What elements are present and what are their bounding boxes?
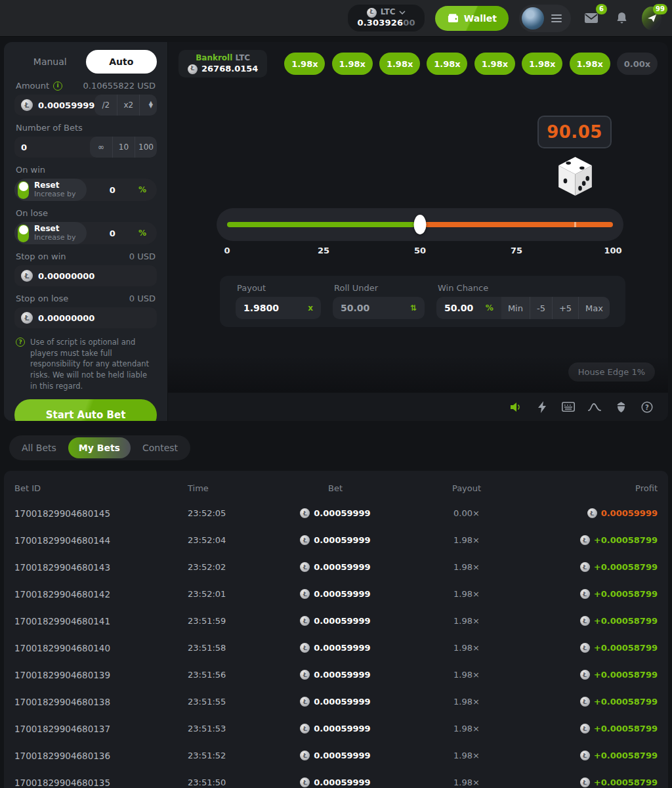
sound-button[interactable]: [503, 402, 529, 412]
bet-id-link[interactable]: 17001829904680145: [14, 508, 188, 519]
on-win-value[interactable]: 0: [87, 185, 138, 195]
fast-mode-button[interactable]: [529, 401, 555, 413]
amount-stepper[interactable]: ▲▼: [139, 95, 157, 116]
mail-button[interactable]: 6: [581, 9, 601, 28]
half-button[interactable]: /2: [94, 95, 117, 116]
bet-id-link[interactable]: 17001829904680135: [14, 777, 188, 788]
bet-profit: Ł+0.00058799: [542, 751, 658, 760]
table-row[interactable]: 17001829904680143 23:52:02 Ł0.00059999 1…: [4, 554, 668, 580]
currency-code: LTC: [381, 7, 396, 18]
payout-input[interactable]: 1.9800 x: [236, 297, 321, 319]
hundred-bets-button[interactable]: 100: [135, 137, 157, 158]
stats-icon: [588, 403, 601, 412]
min-button[interactable]: Min: [501, 297, 530, 319]
wallet-button[interactable]: Wallet: [435, 6, 509, 31]
table-row[interactable]: 17001829904680141 23:51:59 Ł0.00059999 1…: [4, 607, 668, 634]
multiplier-pill[interactable]: 0.00x: [617, 53, 658, 75]
on-lose-toggle[interactable]: Reset Increase by: [14, 222, 87, 244]
bet-amount: Ł0.00059999: [280, 562, 391, 572]
bet-payout: 1.98×: [391, 535, 542, 545]
bet-id-link[interactable]: 17001829904680139: [14, 670, 188, 680]
multiplier-pill[interactable]: 1.98x: [284, 53, 325, 75]
notifications-button[interactable]: [612, 9, 631, 28]
bet-id-link[interactable]: 17001829904680143: [14, 562, 188, 573]
amount-input[interactable]: Ł0.00059999 /2 x2 ▲▼: [14, 95, 157, 116]
table-row[interactable]: 17001829904680140 23:51:58 Ł0.00059999 1…: [4, 634, 668, 661]
seed-button[interactable]: [608, 401, 634, 413]
multiplier-history: 1.98x1.98x1.98x1.98x1.98x1.98x1.98x0.00x: [284, 53, 658, 75]
slider-track[interactable]: [227, 222, 613, 227]
stats-button[interactable]: [581, 403, 608, 412]
user-menu[interactable]: [519, 5, 571, 32]
currency-selector[interactable]: Ł LTC 0.30392600: [348, 5, 424, 31]
double-button[interactable]: x2: [117, 95, 139, 116]
help-button[interactable]: ?: [634, 401, 660, 413]
bet-amount: Ł0.00059999: [280, 724, 391, 733]
info-icon[interactable]: i: [53, 81, 62, 91]
bet-time: 23:52:01: [188, 589, 280, 599]
tab-manual[interactable]: Manual: [14, 50, 86, 74]
bet-time: 23:51:50: [188, 777, 280, 787]
table-row[interactable]: 17001829904680139 23:51:56 Ł0.00059999 1…: [4, 661, 668, 688]
bet-id-link[interactable]: 17001829904680142: [14, 589, 188, 600]
on-win-label: On win: [16, 165, 45, 175]
tab-auto[interactable]: Auto: [86, 50, 158, 74]
reset-option: Reset: [34, 181, 76, 190]
table-row[interactable]: 17001829904680136 23:51:52 Ł0.00059999 1…: [4, 742, 668, 769]
table-row[interactable]: 17001829904680145 23:52:05 Ł0.00059999 0…: [4, 500, 668, 527]
max-button[interactable]: Max: [578, 297, 610, 319]
ten-bets-button[interactable]: 10: [112, 137, 135, 158]
infinity-button[interactable]: ∞: [90, 137, 112, 158]
scale-label: 25: [318, 246, 329, 255]
table-row[interactable]: 17001829904680144 23:52:04 Ł0.00059999 1…: [4, 527, 668, 554]
slider-knob[interactable]: [414, 215, 427, 234]
stop-on-win-input[interactable]: Ł0.00000000: [14, 265, 157, 286]
swap-icon[interactable]: ⇅: [410, 303, 417, 313]
roll-under-input[interactable]: 50.00 ⇅: [333, 297, 425, 319]
col-profit: Profit: [542, 483, 658, 493]
ltc-coin-icon: Ł: [580, 535, 590, 545]
table-row[interactable]: 17001829904680138 23:51:55 Ł0.00059999 1…: [4, 688, 668, 715]
multiplier-pill[interactable]: 1.98x: [427, 53, 467, 75]
plus5-button[interactable]: +5: [552, 297, 578, 319]
bet-time: 23:51:52: [188, 751, 280, 760]
table-row[interactable]: 17001829904680142 23:52:01 Ł0.00059999 1…: [4, 580, 668, 607]
bet-amount: Ł0.00059999: [280, 751, 391, 760]
col-bet-id: Bet ID: [14, 483, 188, 493]
amount-usd: 0.10655822 USD: [83, 81, 156, 91]
win-chance-input[interactable]: 50.00 % Min -5 +5 Max: [436, 297, 610, 319]
number-of-bets-input[interactable]: 0 ∞ 10 100: [14, 137, 157, 158]
bet-id-link[interactable]: 17001829904680140: [14, 643, 188, 653]
multiplier-pill[interactable]: 1.98x: [332, 53, 373, 75]
bet-id-link[interactable]: 17001829904680141: [14, 616, 188, 626]
minus5-button[interactable]: -5: [530, 297, 552, 319]
bet-id-link[interactable]: 17001829904680137: [14, 724, 188, 734]
bet-id-link[interactable]: 17001829904680136: [14, 751, 188, 761]
table-row[interactable]: 17001829904680135 23:51:50 Ł0.00059999 1…: [4, 769, 668, 788]
bet-id-link[interactable]: 17001829904680144: [14, 535, 188, 546]
number-of-bets-label: Number of Bets: [16, 123, 83, 133]
bet-profit: Ł+0.00058799: [542, 670, 658, 680]
tab-all-bets[interactable]: All Bets: [11, 437, 67, 458]
on-win-toggle[interactable]: Reset Increase by: [14, 179, 87, 201]
multiplier-pill[interactable]: 1.98x: [379, 53, 420, 75]
ltc-coin-icon: Ł: [21, 312, 33, 324]
on-lose-value[interactable]: 0: [87, 229, 138, 238]
stop-on-lose-input[interactable]: Ł0.00000000: [14, 307, 157, 328]
start-auto-bet-button[interactable]: Start Auto Bet: [14, 399, 157, 421]
reset-option: Reset: [34, 225, 76, 234]
tab-contest[interactable]: Contest: [132, 437, 188, 458]
table-row[interactable]: 17001829904680137 23:51:53 Ł0.00059999 1…: [4, 715, 668, 742]
multiplier-pill[interactable]: 1.98x: [522, 53, 562, 75]
ltc-coin-icon: Ł: [188, 64, 198, 74]
chat-button[interactable]: 99: [642, 9, 662, 28]
multiplier-pill[interactable]: 1.98x: [474, 53, 515, 75]
mail-icon: [584, 12, 598, 24]
bet-payout: 1.98×: [391, 724, 542, 733]
ltc-coin-icon: Ł: [300, 616, 310, 626]
bet-id-link[interactable]: 17001829904680138: [14, 697, 188, 707]
tab-my-bets[interactable]: My Bets: [68, 437, 131, 458]
roll-slider[interactable]: [217, 208, 623, 241]
hotkeys-button[interactable]: [555, 402, 581, 412]
multiplier-pill[interactable]: 1.98x: [570, 53, 610, 75]
